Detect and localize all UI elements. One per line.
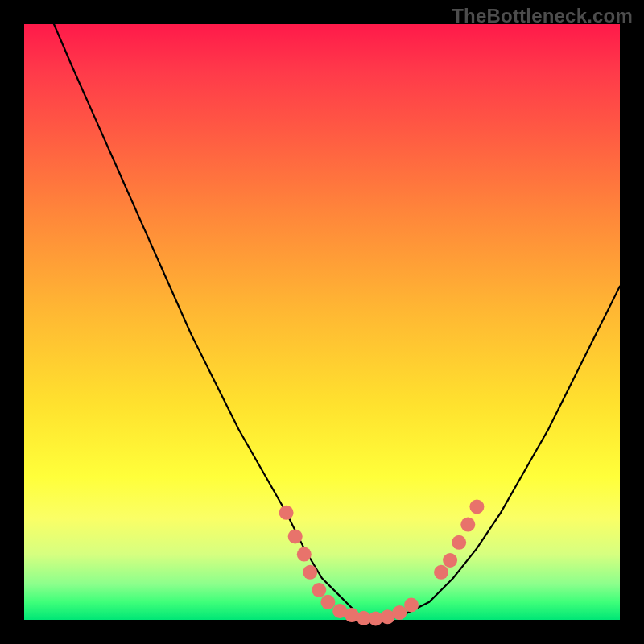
bottleneck-curve [54,24,620,620]
marker-dot [303,565,317,580]
marker-dot [279,506,294,520]
marker-dot [452,535,466,550]
curve-markers [279,499,485,625]
marker-dot [469,499,484,514]
marker-dot [288,529,303,543]
marker-dot [460,518,475,532]
plot-area [24,24,620,620]
marker-dot [404,598,419,613]
marker-dot [297,547,312,562]
marker-dot [312,583,326,597]
chart-frame: TheBottleneck.com [0,0,644,644]
marker-dot [443,553,457,568]
curve-svg [24,24,620,620]
marker-dot [320,595,335,609]
marker-dot [434,565,448,580]
marker-dot [392,605,407,620]
watermark-text: TheBottleneck.com [452,5,633,27]
